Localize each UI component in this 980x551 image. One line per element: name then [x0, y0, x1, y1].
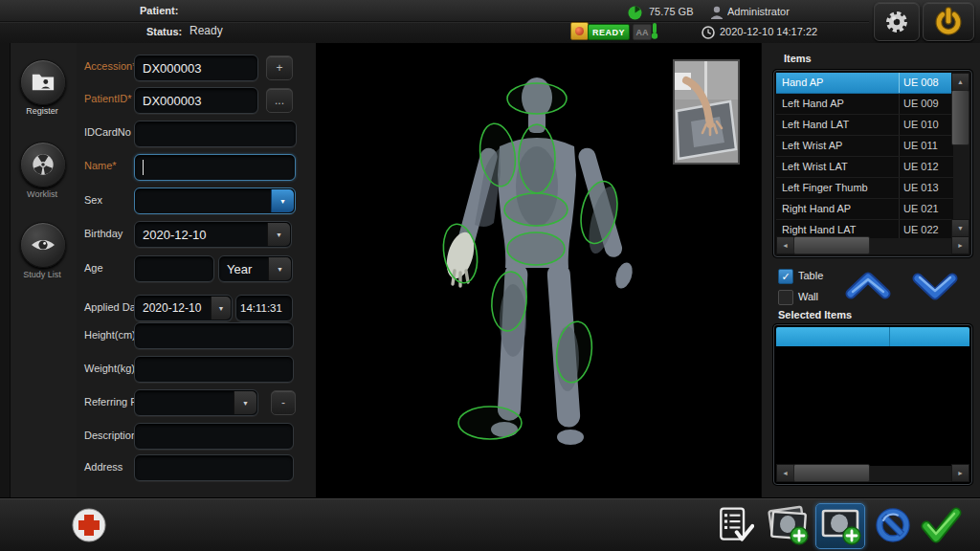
scroll-left-button[interactable]: ◄	[776, 464, 794, 482]
wall-checkbox[interactable]	[778, 290, 793, 305]
items-row[interactable]: Left Hand APUE 009	[776, 94, 953, 115]
red-cross-icon	[71, 507, 107, 543]
item-name: Left Hand AP	[776, 94, 899, 114]
scroll-right-button[interactable]: ►	[951, 464, 969, 482]
id-card-label: IDCardNo	[84, 126, 131, 138]
items-row[interactable]: Left Wrist LATUE 012	[776, 157, 953, 178]
bodymap-region-foot[interactable]	[458, 407, 522, 439]
scroll-left-button[interactable]: ◄	[776, 236, 794, 254]
move-down-button[interactable]	[911, 271, 959, 301]
item-code: UE 008	[899, 73, 953, 93]
status-label: Status:	[146, 26, 182, 37]
sidebar-label-register: Register	[0, 106, 84, 116]
patient-id-browse-button[interactable]: ...	[266, 88, 293, 113]
age-unit-select[interactable]: Year ▼	[218, 255, 293, 282]
items-hscroll-thumb[interactable]	[793, 236, 870, 254]
items-row[interactable]: Right Hand APUE 021	[776, 199, 953, 220]
left-arrow-icon: ◄	[782, 470, 789, 476]
items-row[interactable]: Hand APUE 008	[776, 73, 953, 94]
top-status-bar: Patient: Status: Ready 75.75 GB Administ…	[0, 0, 980, 44]
referring-physician-select[interactable]: ▼	[134, 389, 258, 416]
patient-label: Patient:	[140, 5, 178, 16]
user-icon	[710, 6, 724, 19]
add-all-images-button[interactable]	[764, 504, 812, 546]
positioning-thumbnail[interactable]	[673, 59, 740, 165]
text-caret	[143, 160, 144, 175]
power-button[interactable]	[923, 2, 974, 41]
sex-dropdown-button[interactable]: ▼	[271, 189, 294, 212]
age-unit-value: Year	[219, 262, 252, 276]
chevron-down-icon: ▼	[276, 231, 282, 238]
items-row[interactable]: Left Finger ThumbUE 013	[776, 178, 953, 199]
scroll-down-button[interactable]: ▼	[951, 219, 969, 237]
right-arrow-icon: ►	[957, 470, 964, 476]
item-name: Right Hand AP	[776, 199, 899, 219]
thermometer-icon	[650, 22, 659, 39]
item-code: UE 022	[899, 220, 953, 240]
selected-items-header	[776, 327, 969, 346]
age-unit-dropdown-button[interactable]: ▼	[268, 257, 291, 280]
birthday-dropdown-button[interactable]: ▼	[267, 223, 290, 246]
scroll-right-button[interactable]: ►	[951, 236, 969, 254]
settings-button[interactable]	[874, 2, 920, 41]
accession-add-button[interactable]: +	[266, 55, 293, 80]
item-name: Hand AP	[776, 73, 899, 93]
accession-input[interactable]: DX000003	[134, 55, 258, 81]
datetime-value: 2020-12-10 14:17:22	[720, 26, 817, 37]
applied-date-select[interactable]: 2020-12-10 ▼	[134, 295, 233, 321]
emergency-patient-button[interactable]	[71, 507, 107, 543]
name-input[interactable]	[134, 154, 296, 181]
cancel-button[interactable]	[873, 506, 913, 544]
items-vscroll-thumb[interactable]	[951, 90, 969, 145]
bodymap-region-pelvis[interactable]	[507, 232, 565, 265]
bodymap-region-abdomen[interactable]	[504, 193, 568, 226]
applied-date-dropdown-button[interactable]: ▼	[211, 297, 231, 320]
sidebar-label-study-list: Study List	[0, 270, 84, 279]
app-window: Patient: Status: Ready 75.75 GB Administ…	[0, 0, 980, 551]
bodymap-region-head[interactable]	[507, 83, 567, 114]
register-folder-icon	[31, 71, 56, 94]
id-card-input[interactable]	[134, 121, 297, 147]
chevron-down-icon: ▼	[277, 266, 283, 273]
move-up-button[interactable]	[844, 271, 892, 301]
minus-icon: -	[281, 396, 285, 409]
scroll-up-button[interactable]: ▲	[951, 73, 969, 91]
items-table: Hand APUE 008 Left Hand APUE 009 Left Ha…	[773, 70, 972, 257]
left-arrow-icon: ◄	[782, 242, 789, 249]
weight-label: Weight(kg)	[84, 363, 135, 374]
down-arrow-icon: ▼	[957, 225, 964, 231]
referring-remove-button[interactable]: -	[271, 390, 296, 415]
add-image-button[interactable]	[815, 503, 865, 549]
check-icon: ✓	[781, 271, 790, 283]
address-input[interactable]	[134, 454, 294, 481]
description-input[interactable]	[134, 423, 294, 450]
items-row[interactable]: Left Hand LATUE 010	[776, 115, 953, 136]
applied-time-input[interactable]: 14:11:31	[235, 295, 293, 321]
weight-input[interactable]	[134, 356, 294, 383]
patient-id-value: DX000003	[135, 94, 201, 108]
bottom-toolbar	[0, 497, 980, 551]
user-name: Administrator	[727, 6, 791, 17]
items-row[interactable]: Left Wrist APUE 011	[776, 136, 953, 157]
selected-hscroll-thumb[interactable]	[793, 464, 870, 482]
sidebar-label-worklist: Worklist	[0, 189, 84, 199]
ellipsis-icon: ...	[275, 94, 284, 107]
bodymap-region-chest[interactable]	[519, 124, 555, 193]
sidebar-item-register[interactable]	[20, 59, 66, 105]
patient-id-input[interactable]: DX000003	[134, 87, 258, 114]
confirm-button[interactable]	[919, 504, 963, 546]
height-label: Height(cm)	[84, 329, 136, 341]
birthday-select[interactable]: 2020-12-10 ▼	[134, 221, 292, 248]
address-label: Address	[84, 461, 122, 473]
height-input[interactable]	[134, 322, 294, 349]
sidebar-item-worklist[interactable]	[20, 142, 66, 187]
exam-list-button[interactable]	[712, 504, 756, 546]
referring-dropdown-button[interactable]: ▼	[234, 391, 256, 414]
sidebar-item-study-list[interactable]	[20, 222, 66, 268]
table-checkbox[interactable]: ✓	[778, 269, 793, 284]
sex-select[interactable]: ▼	[134, 187, 296, 214]
item-code: UE 011	[899, 136, 953, 156]
applied-time-value: 14:11:31	[236, 302, 282, 314]
item-code: UE 013	[899, 178, 953, 198]
age-input[interactable]	[134, 255, 214, 282]
